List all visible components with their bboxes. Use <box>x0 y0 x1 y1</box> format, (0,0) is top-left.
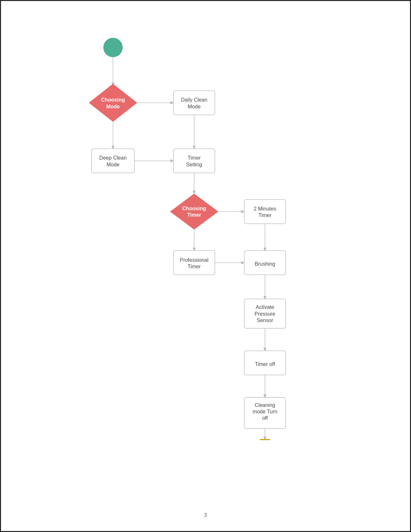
two-min-timer-label: 2 Minutes <box>254 206 276 212</box>
timer-setting-box <box>173 149 215 173</box>
choosing-mode-label2: Mode <box>106 103 120 109</box>
choosing-mode-label: Choosing <box>101 97 125 103</box>
activate-pressure-label2: Pressure <box>255 311 275 317</box>
deep-clean-box <box>92 149 134 173</box>
choosing-timer-diamond <box>170 194 218 230</box>
page-number: 3 <box>204 512 207 518</box>
activate-pressure-label: Activate <box>256 304 274 310</box>
brushing-label: Brushing <box>255 261 275 267</box>
daily-clean-label: Daily Clean <box>181 97 207 103</box>
deep-clean-label2: Mode <box>106 162 119 167</box>
page: Choosing Mode Daily Clean Mode Deep Clea… <box>0 0 411 532</box>
timer-off-label: Timer off <box>255 361 275 367</box>
cleaning-mode-off-label: Cleaning <box>255 402 275 408</box>
professional-timer-label: Professional <box>180 257 208 263</box>
two-min-timer-label2: Timer <box>259 212 272 218</box>
flowchart: Choosing Mode Daily Clean Mode Deep Clea… <box>53 27 343 510</box>
timer-setting-label2: Setting <box>186 162 202 167</box>
deep-clean-label: Deep Clean <box>99 155 127 161</box>
choosing-timer-label2: Timer <box>187 212 201 218</box>
activate-pressure-label3: Sensor <box>257 317 273 323</box>
professional-timer-box <box>173 251 215 275</box>
cleaning-mode-off-label2: mode Turn <box>253 409 278 414</box>
two-min-timer-box <box>244 200 286 224</box>
daily-clean-label2: Mode <box>188 103 201 109</box>
professional-timer-label2: Timer <box>188 263 201 269</box>
cleaning-mode-off-label3: off <box>262 415 268 421</box>
choosing-mode-diamond <box>89 84 137 122</box>
timer-setting-label: Timer <box>188 155 201 161</box>
start-circle <box>103 38 123 57</box>
daily-clean-box <box>173 91 215 115</box>
choosing-timer-label: Choosing <box>182 205 206 211</box>
